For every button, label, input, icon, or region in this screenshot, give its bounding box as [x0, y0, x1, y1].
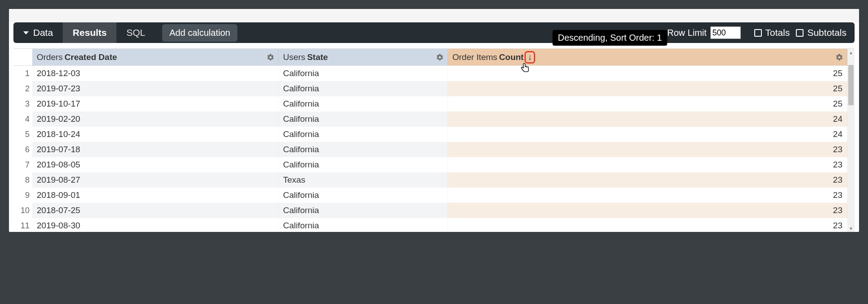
cell-created-date[interactable]: 2019-02-20 [32, 111, 279, 127]
header-group-label: Users [283, 52, 305, 62]
row-limit-label: Row Limit [667, 28, 707, 38]
checkbox-icon [754, 29, 762, 37]
data-label: Data [33, 27, 53, 38]
grid-header-row: Orders Created Date Users State Order It… [32, 49, 847, 66]
cell-order-items-count[interactable]: 24 [448, 127, 847, 142]
explore-panel: Data Results SQL Add calculation Descend… [9, 9, 859, 232]
arrow-down-icon: ↓ [528, 52, 532, 62]
column-header-users-state[interactable]: Users State [279, 49, 448, 65]
table-row: 2018-07-25California23 [32, 203, 847, 218]
cell-order-items-count[interactable]: 23 [448, 157, 847, 172]
table-row: 2019-02-20California24 [32, 111, 847, 127]
cell-order-items-count[interactable]: 23 [448, 188, 847, 203]
subtotals-toggle[interactable]: Subtotals [796, 27, 847, 38]
row-limit-input[interactable] [710, 26, 741, 39]
cell-users-state[interactable]: California [279, 81, 448, 96]
cell-order-items-count[interactable]: 25 [448, 96, 847, 111]
panel-top-pad [9, 9, 859, 22]
toolbar-left: Data Results SQL Add calculation [13, 22, 237, 43]
cell-created-date[interactable]: 2019-07-23 [32, 81, 279, 96]
tab-sql-label: SQL [126, 27, 145, 38]
table-row: 2018-12-03California25 [32, 66, 847, 81]
grid-body: 2018-12-03California252019-07-23Californ… [32, 66, 847, 232]
header-group-label: Order Items [452, 52, 497, 62]
scroll-up-icon[interactable]: ▲ [847, 49, 855, 56]
row-number: 1 [13, 66, 32, 81]
cell-created-date[interactable]: 2018-12-03 [32, 66, 279, 81]
cell-created-date[interactable]: 2019-08-05 [32, 157, 279, 172]
gear-icon[interactable] [835, 53, 843, 61]
row-number: 5 [13, 127, 32, 142]
row-number: 3 [13, 96, 32, 111]
cell-created-date[interactable]: 2019-07-18 [32, 142, 279, 157]
cell-users-state[interactable]: California [279, 203, 448, 218]
table-row: 2019-08-30California23 [32, 218, 847, 232]
cell-users-state[interactable]: Texas [279, 172, 448, 188]
row-number: 7 [13, 157, 32, 172]
row-number: 8 [13, 172, 32, 188]
table-row: 2018-10-24California24 [32, 127, 847, 142]
checkbox-icon [796, 29, 804, 37]
tab-sql[interactable]: SQL [116, 22, 155, 43]
row-number-header [13, 49, 32, 66]
results-area: 1234567891011 Orders Created Date Users … [13, 48, 855, 232]
cell-order-items-count[interactable]: 23 [448, 142, 847, 157]
cell-created-date[interactable]: 2019-08-27 [32, 172, 279, 188]
header-field-label: Count [499, 52, 524, 62]
column-header-order-items-count[interactable]: Order Items Count ↓ [448, 49, 847, 65]
cursor-hand-icon [520, 62, 530, 74]
add-calculation-button[interactable]: Add calculation [162, 24, 237, 42]
sort-descending-indicator[interactable]: ↓ [524, 51, 535, 64]
scroll-thumb[interactable] [848, 65, 854, 105]
cell-order-items-count[interactable]: 23 [448, 218, 847, 232]
cell-created-date[interactable]: 2019-10-17 [32, 96, 279, 111]
table-row: 2019-07-18California23 [32, 142, 847, 157]
data-expand-button[interactable]: Data [13, 22, 63, 43]
table-row: 2018-09-01California23 [32, 188, 847, 203]
subtotals-label: Subtotals [807, 27, 847, 38]
cell-order-items-count[interactable]: 25 [448, 81, 847, 96]
row-number: 4 [13, 111, 32, 127]
cell-created-date[interactable]: 2018-09-01 [32, 188, 279, 203]
row-number: 9 [13, 188, 32, 203]
row-number: 10 [13, 203, 32, 218]
column-header-created-date[interactable]: Orders Created Date [32, 49, 279, 65]
cell-created-date[interactable]: 2018-10-24 [32, 127, 279, 142]
cell-users-state[interactable]: California [279, 218, 448, 232]
cell-users-state[interactable]: California [279, 66, 448, 81]
cell-order-items-count[interactable]: 25 [448, 66, 847, 81]
cell-order-items-count[interactable]: 23 [448, 172, 847, 188]
vertical-scrollbar[interactable]: ▲ ▼ [847, 48, 855, 232]
row-number: 11 [13, 218, 32, 232]
totals-toggle[interactable]: Totals [754, 27, 790, 38]
sort-tooltip: Descending, Sort Order: 1 [552, 30, 667, 46]
cell-created-date[interactable]: 2018-07-25 [32, 203, 279, 218]
scroll-down-icon[interactable]: ▼ [847, 225, 855, 232]
table-row: 2019-08-27Texas23 [32, 172, 847, 188]
row-number-column: 1234567891011 [13, 48, 32, 232]
row-limit-group: Descending, Sort Order: 1 Row Limit [667, 26, 741, 39]
cell-order-items-count[interactable]: 24 [448, 111, 847, 127]
cell-created-date[interactable]: 2019-08-30 [32, 218, 279, 232]
cell-users-state[interactable]: California [279, 127, 448, 142]
cell-users-state[interactable]: California [279, 142, 448, 157]
cell-users-state[interactable]: California [279, 96, 448, 111]
header-field-label: Created Date [64, 52, 117, 62]
cell-users-state[interactable]: California [279, 188, 448, 203]
data-toolbar: Data Results SQL Add calculation Descend… [13, 22, 855, 43]
row-number: 2 [13, 81, 32, 96]
tab-results[interactable]: Results [63, 22, 116, 43]
cell-users-state[interactable]: California [279, 111, 448, 127]
header-field-label: State [307, 52, 328, 62]
table-row: 2019-07-23California25 [32, 81, 847, 96]
totals-label: Totals [765, 27, 790, 38]
cell-users-state[interactable]: California [279, 157, 448, 172]
table-row: 2019-08-05California23 [32, 157, 847, 172]
table-row: 2019-10-17California25 [32, 96, 847, 111]
gear-icon[interactable] [266, 53, 275, 61]
results-grid: Orders Created Date Users State Order It… [32, 48, 847, 232]
gear-icon[interactable] [436, 53, 444, 61]
toolbar-right: Descending, Sort Order: 1 Row Limit Tota… [667, 26, 855, 39]
cell-order-items-count[interactable]: 23 [448, 203, 847, 218]
tab-results-label: Results [73, 27, 107, 38]
